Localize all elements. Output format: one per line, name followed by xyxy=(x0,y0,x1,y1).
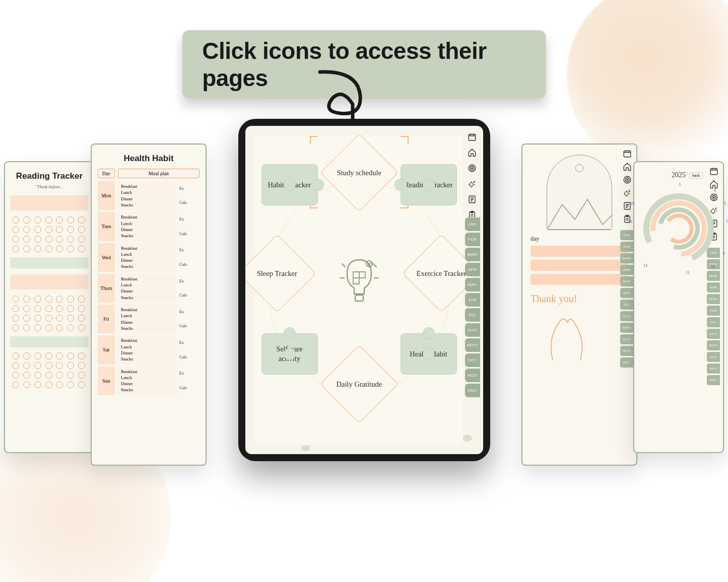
tracker-bubble[interactable] xyxy=(12,305,19,312)
tracker-bubble[interactable] xyxy=(34,315,41,322)
sparkle-icon[interactable] xyxy=(466,178,478,190)
home-icon[interactable] xyxy=(466,147,478,159)
tracker-bubble[interactable] xyxy=(34,245,41,252)
tracker-bubble[interactable] xyxy=(34,236,41,243)
tracker-bubble[interactable] xyxy=(12,352,19,359)
node-self-care[interactable]: Self-care activity xyxy=(261,333,318,375)
tracker-bubble[interactable] xyxy=(45,315,52,322)
node-health-habit[interactable]: Health Habit xyxy=(401,333,457,375)
tracker-bubble[interactable] xyxy=(78,236,85,243)
tracker-bubble[interactable] xyxy=(78,226,85,233)
tracker-bubble[interactable] xyxy=(67,305,74,312)
month-tab-nov[interactable]: NOV xyxy=(465,369,480,382)
tracker-bubble[interactable] xyxy=(34,352,41,359)
tracker-bubble[interactable] xyxy=(45,372,52,379)
tracker-bubble[interactable] xyxy=(56,362,63,369)
tracker-bubble[interactable] xyxy=(78,216,85,224)
target-icon[interactable] xyxy=(466,162,478,174)
tracker-bubble[interactable] xyxy=(23,352,30,359)
tracker-bubble[interactable] xyxy=(12,381,19,388)
tracker-bubble[interactable] xyxy=(67,362,74,369)
tracker-bubble[interactable] xyxy=(45,362,52,369)
tracker-bubble[interactable] xyxy=(34,305,41,312)
tracker-bubble[interactable] xyxy=(45,305,52,312)
tracker-bubble[interactable] xyxy=(23,372,30,379)
tracker-bubble[interactable] xyxy=(78,362,85,369)
tracker-bubble[interactable] xyxy=(23,362,30,369)
tracker-bubble[interactable] xyxy=(34,362,41,369)
month-tab-aug[interactable]: AUG xyxy=(465,323,480,337)
tracker-bubble[interactable] xyxy=(56,324,63,331)
tracker-bubble[interactable] xyxy=(78,296,85,303)
tracker-bubble[interactable] xyxy=(23,324,30,331)
tracker-bubble[interactable] xyxy=(78,372,85,379)
tracker-bubble[interactable] xyxy=(12,324,19,331)
tracker-bubble[interactable] xyxy=(34,296,41,303)
tracker-bubble[interactable] xyxy=(45,296,52,303)
tracker-bubble[interactable] xyxy=(67,236,74,243)
tracker-bubble[interactable] xyxy=(78,352,85,359)
tracker-bubble[interactable] xyxy=(23,216,30,224)
month-tab-dec[interactable]: DEC xyxy=(465,384,480,397)
tracker-bubble[interactable] xyxy=(12,362,19,369)
tracker-bubble[interactable] xyxy=(56,216,63,224)
tracker-bubble[interactable] xyxy=(12,216,19,224)
month-tab-jul[interactable]: JUL xyxy=(465,308,480,322)
tracker-bubble[interactable] xyxy=(56,245,63,252)
tracker-bubble[interactable] xyxy=(45,245,52,252)
tracker-bubble[interactable] xyxy=(23,296,30,303)
calendar-icon[interactable] xyxy=(466,131,478,143)
tracker-bubble[interactable] xyxy=(67,352,74,359)
node-reading-tracker[interactable]: Reading Tracker xyxy=(401,164,457,205)
tracker-bubble[interactable] xyxy=(78,315,85,322)
tracker-bubble[interactable] xyxy=(45,381,52,388)
tracker-bubble[interactable] xyxy=(45,236,52,243)
tracker-bubble[interactable] xyxy=(67,315,74,322)
month-tab-sept[interactable]: SEPT xyxy=(465,338,480,352)
tracker-bubble[interactable] xyxy=(67,381,74,388)
tracker-bubble[interactable] xyxy=(12,245,19,252)
tracker-bubble[interactable] xyxy=(78,324,85,331)
tracker-bubble[interactable] xyxy=(56,315,63,322)
tracker-bubble[interactable] xyxy=(78,305,85,312)
tracker-bubble[interactable] xyxy=(67,245,74,252)
month-tab-jan[interactable]: JAN xyxy=(465,217,480,231)
tracker-bubble[interactable] xyxy=(12,296,19,303)
tracker-bubble[interactable] xyxy=(34,324,41,331)
month-tab-feb[interactable]: FEB xyxy=(465,233,480,246)
tracker-bubble[interactable] xyxy=(56,372,63,379)
month-tab-apr[interactable]: APR xyxy=(465,263,480,276)
tracker-bubble[interactable] xyxy=(67,372,74,379)
node-habits-tracker[interactable]: Habits Tracker xyxy=(261,164,318,205)
tracker-bubble[interactable] xyxy=(34,216,41,224)
tracker-bubble[interactable] xyxy=(34,372,41,379)
tracker-bubble[interactable] xyxy=(56,226,63,233)
tracker-bubble[interactable] xyxy=(67,226,74,233)
tracker-bubble[interactable] xyxy=(34,226,41,233)
month-tab-mar[interactable]: MAR xyxy=(465,248,480,261)
month-tab-oct[interactable]: OCT xyxy=(465,353,480,367)
tracker-bubble[interactable] xyxy=(56,236,63,243)
tracker-bubble[interactable] xyxy=(12,315,19,322)
tracker-bubble[interactable] xyxy=(23,305,30,312)
tracker-bubble[interactable] xyxy=(23,226,30,233)
month-tab-jun[interactable]: JUN xyxy=(465,293,480,307)
notes-icon[interactable] xyxy=(466,193,478,205)
tracker-bubble[interactable] xyxy=(45,352,52,359)
tracker-bubble[interactable] xyxy=(23,381,30,388)
tracker-bubble[interactable] xyxy=(56,381,63,388)
tracker-bubble[interactable] xyxy=(67,216,74,224)
back-button[interactable]: back xyxy=(689,172,703,179)
tracker-bubble[interactable] xyxy=(12,226,19,233)
tracker-bubble[interactable] xyxy=(23,236,30,243)
tracker-bubble[interactable] xyxy=(78,381,85,388)
tracker-bubble[interactable] xyxy=(34,381,41,388)
tracker-bubble[interactable] xyxy=(78,245,85,252)
tracker-bubble[interactable] xyxy=(45,216,52,224)
tracker-bubble[interactable] xyxy=(23,315,30,322)
tracker-bubble[interactable] xyxy=(56,296,63,303)
tracker-bubble[interactable] xyxy=(12,236,19,243)
tracker-bubble[interactable] xyxy=(45,226,52,233)
tracker-bubble[interactable] xyxy=(56,305,63,312)
month-tab-may[interactable]: MAY xyxy=(465,278,480,292)
